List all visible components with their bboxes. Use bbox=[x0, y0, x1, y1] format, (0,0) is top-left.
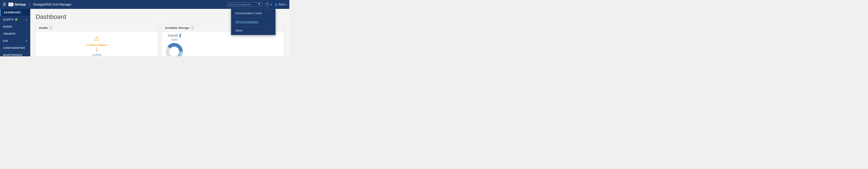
sidebar-item-nodes[interactable]: NODES bbox=[0, 23, 30, 30]
help-icon[interactable]: ? bbox=[265, 2, 270, 7]
storage-overall-title: Overall ▐ bbox=[168, 34, 181, 37]
topbar-right: 🔍 ? ∧ 👤 Root ∨ bbox=[227, 2, 287, 7]
donut-chart bbox=[165, 43, 183, 56]
help-chevron-icon: ∧ bbox=[271, 3, 272, 6]
netapp-logo-icon: n bbox=[8, 3, 13, 6]
sidebar-item-ilm-content: ILM bbox=[3, 39, 7, 42]
hamburger-icon[interactable]: ☰ bbox=[3, 2, 6, 7]
dropdown-item-about[interactable]: About bbox=[231, 27, 275, 35]
health-card-body: ⚠ License Status 1 License bbox=[36, 32, 158, 56]
search-box[interactable]: 🔍 bbox=[227, 2, 262, 7]
sidebar: DASHBOARD ALERTS ∨ NODES TENANTS ILM ∨ bbox=[0, 9, 30, 56]
sidebar-item-nodes-content: NODES bbox=[3, 25, 12, 28]
dropdown-item-doc-center[interactable]: Documentation Center bbox=[231, 9, 275, 18]
sidebar-item-maintenance[interactable]: MAINTENANCE bbox=[0, 51, 30, 56]
app-title: StorageGRID Grid Manager bbox=[33, 3, 72, 6]
sidebar-item-maintenance-content: MAINTENANCE bbox=[3, 54, 23, 56]
netapp-logo: n NetApp bbox=[8, 3, 26, 6]
help-dropdown-menu: Documentation Center API Documentation A… bbox=[231, 9, 276, 35]
sidebar-item-tenants-content: TENANTS bbox=[3, 32, 16, 35]
topbar: ☰ n NetApp | StorageGRID Grid Manager 🔍 … bbox=[0, 0, 289, 9]
help-button[interactable]: ? ∧ bbox=[265, 2, 272, 7]
available-storage-info-icon[interactable]: i bbox=[190, 26, 194, 30]
user-label: Root bbox=[279, 3, 284, 6]
ilm-chevron-icon: ∨ bbox=[26, 40, 27, 42]
health-card-title: Health bbox=[39, 26, 48, 30]
storage-overall: Overall ▐ Used bbox=[165, 34, 183, 56]
license-link[interactable]: License bbox=[92, 53, 101, 56]
warning-icon: ⚠ bbox=[94, 35, 100, 42]
available-storage-card-body: Overall ▐ Used bbox=[162, 32, 284, 56]
user-chevron-icon: ∨ bbox=[285, 3, 287, 6]
alerts-chevron-icon: ∨ bbox=[26, 18, 27, 21]
search-input[interactable] bbox=[229, 3, 258, 6]
dropdown-item-api-doc[interactable]: API Documentation bbox=[231, 18, 275, 27]
logo-text: NetApp bbox=[15, 3, 26, 6]
sidebar-item-tenants[interactable]: TENANTS bbox=[0, 30, 30, 37]
storage-used-label: Used bbox=[171, 38, 177, 41]
health-card-header: Health i bbox=[36, 24, 158, 32]
health-info-icon[interactable]: i bbox=[49, 26, 53, 30]
user-button[interactable]: 👤 Root ∨ bbox=[274, 3, 287, 6]
health-card: Health i ⚠ License Status 1 License bbox=[36, 24, 158, 56]
license-count: 1 bbox=[95, 47, 98, 52]
user-icon: 👤 bbox=[274, 3, 278, 6]
license-status-link[interactable]: License Status bbox=[87, 43, 107, 47]
alerts-badge bbox=[15, 18, 18, 21]
sidebar-item-configuration-content: CONFIGURATION bbox=[3, 47, 25, 49]
sidebar-item-dashboard[interactable]: DASHBOARD bbox=[0, 9, 30, 16]
nav-divider: | bbox=[29, 2, 30, 6]
sidebar-item-alerts[interactable]: ALERTS ∨ bbox=[0, 16, 30, 23]
topbar-left: ☰ n NetApp | StorageGRID Grid Manager bbox=[3, 2, 71, 7]
api-doc-link[interactable]: API Documentation bbox=[235, 20, 258, 24]
sidebar-item-configuration[interactable]: CONFIGURATION bbox=[0, 44, 30, 51]
search-icon: 🔍 bbox=[258, 3, 261, 6]
bar-chart-icon: ▐ bbox=[179, 34, 181, 37]
available-storage-card-title: Available Storage bbox=[165, 26, 189, 30]
sidebar-item-alerts-content: ALERTS bbox=[3, 18, 18, 21]
sidebar-item-ilm[interactable]: ILM ∨ bbox=[0, 37, 30, 44]
sidebar-item-dashboard-content: DASHBOARD bbox=[4, 11, 21, 14]
